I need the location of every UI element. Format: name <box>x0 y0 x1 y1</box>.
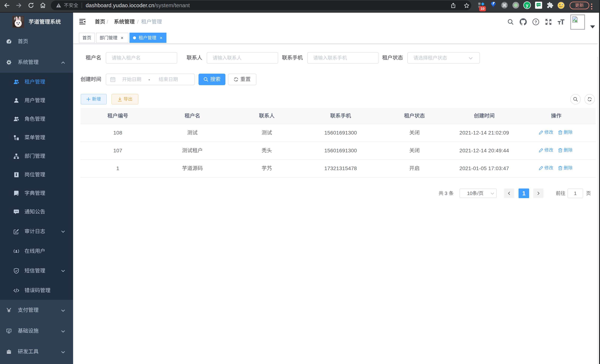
svg-text:?: ? <box>534 20 537 24</box>
svg-text:y: y <box>526 3 528 8</box>
